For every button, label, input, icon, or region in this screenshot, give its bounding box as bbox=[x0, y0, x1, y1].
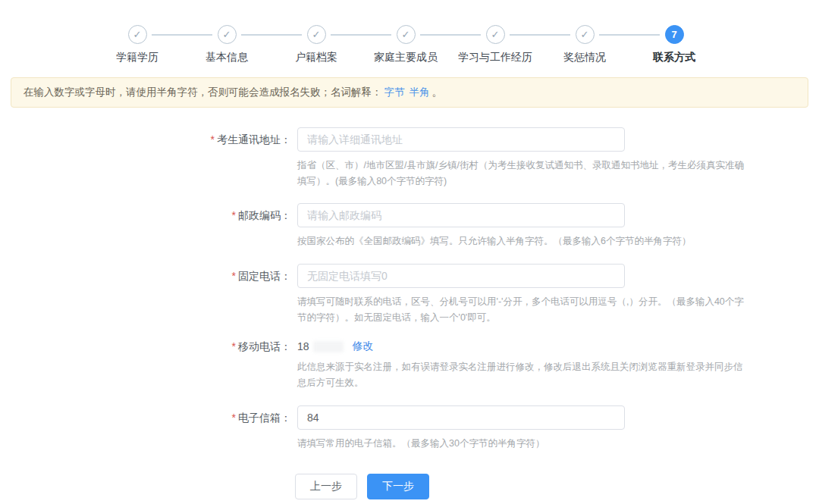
step-label-6: 奖惩情况 bbox=[563, 51, 606, 64]
check-icon: ✓ bbox=[133, 30, 142, 39]
check-icon: ✓ bbox=[491, 30, 500, 39]
form-actions: 上一步 下一步 bbox=[295, 474, 819, 499]
contact-info-form: *考生通讯地址： 指省（区、市）/地市区盟/县市旗/乡镇/街村（为考生接收复试通… bbox=[0, 127, 819, 499]
check-icon: ✓ bbox=[312, 30, 321, 39]
email-input[interactable] bbox=[297, 405, 625, 430]
halfwidth-notice-banner: 在输入数字或字母时，请使用半角字符，否则可能会造成报名失败；名词解释：字节半角。 bbox=[11, 77, 808, 108]
check-icon: ✓ bbox=[581, 30, 589, 39]
required-asterisk: * bbox=[232, 270, 236, 282]
email-help-text: 请填写常用的电子信箱。（最多输入30个字节的半角字符） bbox=[297, 436, 745, 452]
step-number-badge: 7 bbox=[665, 25, 684, 44]
mobile-phone-label: *移动电话： bbox=[0, 340, 297, 390]
required-asterisk: * bbox=[211, 133, 215, 146]
step-label-2: 基本信息 bbox=[206, 51, 248, 64]
field-row-fixed-phone: *固定电话： 请填写可随时联系的电话，区号、分机号可以用'-'分开，多个电话可以… bbox=[0, 264, 819, 325]
fixed-phone-label: *固定电话： bbox=[0, 264, 297, 325]
step-item-2[interactable]: ✓ 基本信息 bbox=[182, 25, 271, 64]
step-label-3: 户籍档案 bbox=[295, 51, 337, 64]
postcode-help-text: 按国家公布的《全国邮政编码》填写。只允许输入半角字符。（最多输入6个字节的半角字… bbox=[297, 233, 745, 249]
step-check-icon: ✓ bbox=[218, 25, 237, 44]
step-item-6[interactable]: ✓ 奖惩情况 bbox=[540, 25, 629, 64]
check-icon: ✓ bbox=[223, 30, 231, 39]
redaction-blur bbox=[313, 341, 344, 352]
field-row-mobile-phone: *移动电话： 18 修改 此信息来源于实名注册，如有误请登录实名注册进行修改，修… bbox=[0, 340, 819, 390]
step-label-5: 学习与工作经历 bbox=[458, 51, 532, 64]
mobile-phone-value: 18 bbox=[297, 340, 309, 352]
required-asterisk: * bbox=[232, 340, 236, 352]
step-item-4[interactable]: ✓ 家庭主要成员 bbox=[361, 25, 450, 64]
step-number: 7 bbox=[671, 30, 676, 39]
wizard-stepper: ✓ 学籍学历 ✓ 基本信息 ✓ 户籍档案 ✓ 家庭主要成员 ✓ 学习与工作经历 … bbox=[93, 25, 722, 64]
step-check-icon: ✓ bbox=[307, 25, 326, 44]
link-byte-definition[interactable]: 字节 bbox=[384, 86, 405, 98]
link-halfwidth-definition[interactable]: 半角 bbox=[410, 86, 430, 98]
check-icon: ✓ bbox=[402, 30, 410, 39]
fixed-phone-help-text: 请填写可随时联系的电话，区号、分机号可以用'-'分开，多个电话可以用逗号（,）分… bbox=[297, 294, 745, 325]
email-label: *电子信箱： bbox=[0, 405, 297, 452]
step-item-7-current: 7 联系方式 bbox=[629, 25, 719, 64]
step-item-1[interactable]: ✓ 学籍学历 bbox=[93, 25, 182, 64]
postcode-input[interactable] bbox=[297, 203, 625, 227]
field-row-postcode: *邮政编码： 按国家公布的《全国邮政编码》填写。只允许输入半角字符。（最多输入6… bbox=[0, 203, 819, 249]
step-check-icon: ✓ bbox=[397, 25, 416, 44]
step-item-3[interactable]: ✓ 户籍档案 bbox=[271, 25, 361, 64]
modify-mobile-link[interactable]: 修改 bbox=[353, 340, 374, 353]
next-step-button[interactable]: 下一步 bbox=[367, 474, 429, 499]
required-asterisk: * bbox=[232, 412, 236, 424]
postcode-label: *邮政编码： bbox=[0, 203, 297, 249]
required-asterisk: * bbox=[232, 209, 236, 221]
fixed-phone-input[interactable] bbox=[297, 264, 625, 288]
field-row-address: *考生通讯地址： 指省（区、市）/地市区盟/县市旗/乡镇/街村（为考生接收复试通… bbox=[0, 127, 819, 189]
field-row-email: *电子信箱： 请填写常用的电子信箱。（最多输入30个字节的半角字符） bbox=[0, 405, 819, 452]
notice-text: 在输入数字或字母时，请使用半角字符，否则可能会造成报名失败；名词解释： bbox=[24, 86, 382, 98]
step-check-icon: ✓ bbox=[576, 25, 595, 44]
address-label: *考生通讯地址： bbox=[0, 127, 297, 189]
step-label-7: 联系方式 bbox=[653, 51, 695, 64]
address-input[interactable] bbox=[297, 127, 625, 152]
step-check-icon: ✓ bbox=[486, 25, 505, 44]
previous-step-button[interactable]: 上一步 bbox=[295, 474, 357, 499]
step-check-icon: ✓ bbox=[128, 25, 147, 44]
step-label-1: 学籍学历 bbox=[116, 51, 158, 64]
mobile-phone-help-text: 此信息来源于实名注册，如有误请登录实名注册进行修改，修改后退出系统且关闭浏览器重… bbox=[297, 359, 745, 390]
step-label-4: 家庭主要成员 bbox=[374, 51, 438, 64]
address-help-text: 指省（区、市）/地市区盟/县市旗/乡镇/街村（为考生接收复试通知书、录取通知书地… bbox=[297, 158, 745, 189]
step-item-5[interactable]: ✓ 学习与工作经历 bbox=[450, 25, 540, 64]
notice-period: 。 bbox=[432, 86, 443, 98]
